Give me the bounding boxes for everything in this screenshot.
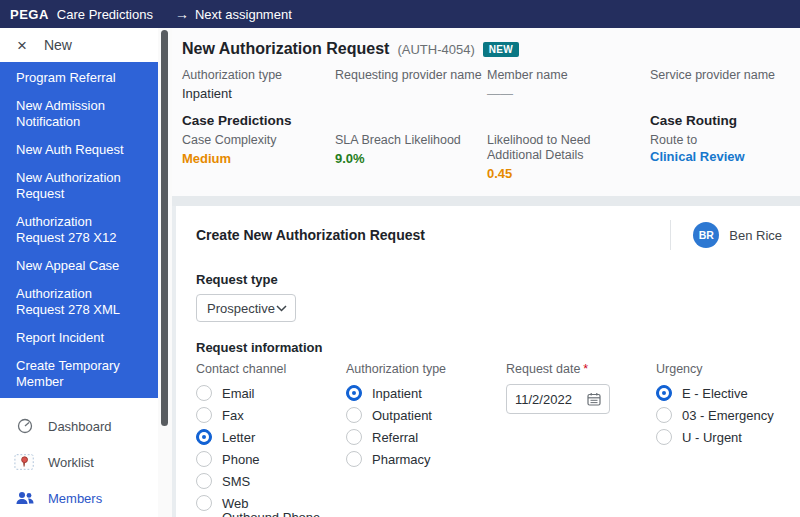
broken-image-icon: [14, 452, 36, 472]
calendar-icon[interactable]: [587, 392, 601, 406]
prediction-label: Case Complexity: [182, 133, 335, 148]
radio-label: Inpatient: [372, 386, 422, 401]
field-label: Authorization type: [182, 68, 335, 83]
case-header: New Authorization Request (AUTH-4054) NE…: [172, 28, 800, 196]
gauge-icon: [14, 418, 36, 434]
radio-u-urgent[interactable]: U - Urgent: [656, 429, 782, 445]
new-case-menu: Program ReferralNew Admission Notificati…: [0, 62, 158, 398]
contact-channel-group: Contact channelEmailFaxLetterPhoneSMSWeb…: [196, 362, 346, 517]
field-value: ——: [487, 86, 650, 101]
request-date-value: 11/2/2022: [515, 392, 572, 407]
scrollbar-thumb[interactable]: [161, 30, 168, 426]
request-date-input[interactable]: 11/2/2022: [506, 384, 610, 414]
arrow-right-icon: →: [175, 7, 189, 21]
radio-label: Letter: [222, 430, 255, 445]
radio-e-elective[interactable]: E - Elective: [656, 385, 782, 401]
sidebar-item-new-appeal-case[interactable]: New Appeal Case: [0, 252, 158, 280]
sidebar-item-authorization-request-278-x12[interactable]: Authorization Request 278 X12: [0, 208, 158, 252]
pega-logo[interactable]: PEGA: [10, 7, 49, 22]
case-predictions-section: Case Predictions Case Routing Case Compl…: [182, 113, 786, 181]
sidebar-item-label: Members: [48, 491, 102, 506]
radio-unselected-icon[interactable]: [346, 407, 362, 423]
radio-label: Outpatient: [372, 408, 432, 423]
header-field: Requesting provider name: [335, 68, 487, 101]
sidebar-item-report-incident[interactable]: Report Incident: [0, 324, 158, 352]
routing-value[interactable]: Clinical Review: [650, 149, 786, 164]
group-label: Contact channel: [196, 362, 346, 376]
main-content: New Authorization Request (AUTH-4054) NE…: [172, 28, 800, 517]
radio-unselected-icon[interactable]: [196, 407, 212, 423]
sidebar-item-members[interactable]: Members: [0, 480, 158, 516]
sidebar-scrollbar: [158, 28, 172, 517]
left-sidebar: × New Program ReferralNew Admission Noti…: [0, 28, 158, 517]
radio-unselected-icon[interactable]: [196, 385, 212, 401]
radio-unselected-icon[interactable]: [196, 473, 212, 489]
radio-outpatient[interactable]: Outpatient: [346, 407, 506, 423]
radio-email[interactable]: Email: [196, 385, 346, 401]
radio-letter[interactable]: Letter: [196, 429, 346, 445]
radio-label: Phone: [222, 452, 260, 467]
user-name: Ben Rice: [729, 228, 782, 243]
case-predictions-title: Case Predictions: [182, 113, 650, 128]
request-information-label: Request information: [196, 340, 782, 355]
status-badge: NEW: [483, 42, 519, 57]
request-type-value: Prospective: [207, 301, 275, 316]
radio-pharmacy[interactable]: Pharmacy: [346, 451, 506, 467]
avatar[interactable]: BR: [693, 222, 719, 248]
case-routing-title: Case Routing: [650, 113, 786, 128]
sidebar-item-authorization-request-278-xml[interactable]: Authorization Request 278 XML: [0, 280, 158, 324]
create-request-card: Create New Authorization Request BR Ben …: [176, 206, 800, 517]
field-label: Member name: [487, 68, 650, 83]
prediction-item: Likelihood to Need Additional Details 0.…: [487, 133, 650, 181]
radio-selected-icon[interactable]: [346, 385, 362, 401]
radio-selected-icon[interactable]: [196, 429, 212, 445]
radio-unselected-icon[interactable]: [656, 429, 672, 445]
close-icon[interactable]: ×: [17, 37, 27, 54]
radio-label: Email: [222, 386, 255, 401]
radio-unselected-icon[interactable]: [656, 407, 672, 423]
sidebar-item-dashboard[interactable]: Dashboard: [0, 408, 158, 444]
sidebar-item-new-auth-request[interactable]: New Auth Request: [0, 136, 158, 164]
request-date-label: Request date*: [506, 362, 656, 376]
section-divider: [172, 196, 800, 206]
radio-phone[interactable]: Phone: [196, 451, 346, 467]
radio-web[interactable]: Web: [196, 495, 346, 511]
request-type-select[interactable]: Prospective: [196, 294, 296, 322]
radio-referral[interactable]: Referral: [346, 429, 506, 445]
routing-label: Route to: [650, 133, 786, 147]
people-icon: [14, 491, 36, 505]
sidebar-item-worklist[interactable]: Worklist: [0, 444, 158, 480]
sidebar-item-new-authorization-request[interactable]: New Authorization Request: [0, 164, 158, 208]
prediction-label: Likelihood to Need Additional Details: [487, 133, 624, 163]
urgency-group: UrgencyE - Elective03 - EmergencyU - Urg…: [656, 362, 782, 517]
radio-unselected-icon[interactable]: [346, 429, 362, 445]
radio-selected-icon[interactable]: [656, 385, 672, 401]
radio-label: E - Elective: [682, 386, 748, 401]
radio-unselected-icon[interactable]: [196, 495, 212, 511]
radio-label: 03 - Emergency: [682, 408, 774, 423]
radio-sms[interactable]: SMS: [196, 473, 346, 489]
request-date-group: Request date* 11/2/2022: [506, 362, 656, 517]
sidebar-item-create-temporary-member[interactable]: Create Temporary Member: [0, 352, 158, 396]
required-asterisk: *: [583, 362, 588, 376]
group-label: Authorization type: [346, 362, 506, 376]
next-assignment-link[interactable]: → Next assignment: [175, 7, 292, 22]
sidebar-item-new-admission-notification[interactable]: New Admission Notification: [0, 92, 158, 136]
radio-label: U - Urgent: [682, 430, 742, 445]
form-title: Create New Authorization Request: [196, 227, 425, 243]
sidebar-bottom-nav: Dashboard Worklist: [0, 408, 158, 516]
radio-inpatient[interactable]: Inpatient: [346, 385, 506, 401]
sidebar-item-program-referral[interactable]: Program Referral: [0, 64, 158, 92]
sidebar-item-label: Dashboard: [48, 419, 112, 434]
radio-unselected-icon[interactable]: [196, 451, 212, 467]
top-navigation-bar: PEGA Care Predictions → Next assignment: [0, 0, 800, 28]
sidebar-panel-title: New: [44, 37, 72, 53]
prediction-label: SLA Breach Likelihood: [335, 133, 487, 148]
request-type-label: Request type: [196, 272, 782, 287]
radio-unselected-icon[interactable]: [346, 451, 362, 467]
radio-fax[interactable]: Fax: [196, 407, 346, 423]
radio-03-emergency[interactable]: 03 - Emergency: [656, 407, 782, 423]
prediction-value: Medium: [182, 151, 335, 166]
case-id: (AUTH-4054): [397, 42, 474, 57]
radio-label: SMS: [222, 474, 250, 489]
